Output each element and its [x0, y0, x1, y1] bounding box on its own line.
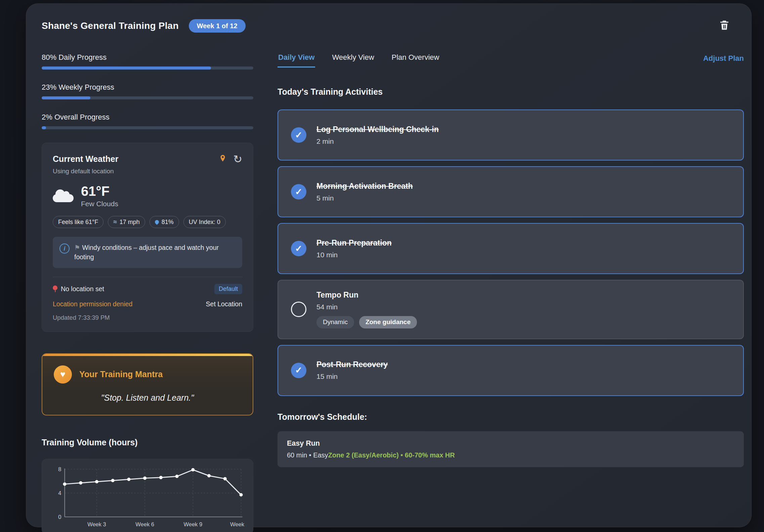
tomorrow-schedule-title: Tomorrow's Schedule:: [278, 412, 744, 422]
svg-text:Week 12: Week 12: [230, 521, 246, 527]
volume-section-title: Training Volume (hours): [42, 438, 253, 447]
activity-name: Tempo Run: [316, 291, 417, 300]
activity-duration: 10 min: [316, 251, 392, 259]
uv-pill: UV Index: 0: [183, 216, 226, 228]
activity-duration: 54 min: [316, 303, 417, 311]
zone-guidance-tag: Zone guidance: [359, 316, 417, 328]
activity-card-pre-run[interactable]: ✓ Pre-Run Preparation 10 min: [278, 223, 744, 274]
workout-detail: 60 min • Easy: [287, 451, 328, 459]
main-content: Daily View Weekly View Plan Overview Adj…: [278, 53, 746, 532]
workout-name: Easy Run: [287, 439, 734, 448]
refresh-icon: ↻: [233, 154, 242, 165]
checkbox-checked-icon[interactable]: ✓: [291, 184, 306, 200]
temperature-value: 61°F: [81, 184, 118, 198]
checkbox-checked-icon[interactable]: ✓: [291, 127, 306, 143]
activity-duration: 5 min: [316, 194, 413, 202]
weather-stats: Feels like 61°F ≈ 17 mph 81% UV Index: 0: [53, 216, 242, 228]
daily-progress-label: 80% Daily Progress: [42, 53, 253, 62]
weather-card: Current Weather ↻ Using default location: [42, 143, 253, 332]
location-pin-icon: [218, 153, 227, 165]
weekly-progress-fill: [42, 96, 90, 99]
divider: [53, 277, 242, 277]
wind-label: 17 mph: [120, 219, 140, 226]
activity-list: ✓ Log Personal Wellbeing Check-in 2 min …: [278, 109, 744, 396]
trash-icon: [718, 27, 730, 32]
weekly-progress-label: 23% Weekly Progress: [42, 83, 253, 92]
svg-text:Week 6: Week 6: [135, 521, 154, 527]
activity-name: Pre-Run Preparation: [316, 238, 392, 248]
tab-daily-view[interactable]: Daily View: [278, 53, 315, 68]
wind-icon: ≈: [113, 218, 117, 226]
uv-label: UV Index: 0: [189, 219, 220, 226]
info-icon: i: [59, 243, 70, 254]
activity-name: Log Personal Wellbeing Check-in: [316, 125, 439, 134]
checkbox-checked-icon[interactable]: ✓: [291, 363, 306, 378]
sidebar: 80% Daily Progress 23% Weekly Progress 2…: [42, 53, 253, 532]
activity-card-tempo-run[interactable]: Tempo Run 54 min Dynamic Zone guidance: [278, 280, 744, 339]
adjust-plan-button[interactable]: Adjust Plan: [703, 54, 744, 68]
view-tabs: Daily View Weekly View Plan Overview Adj…: [278, 53, 744, 68]
svg-text:4: 4: [58, 490, 61, 496]
mantra-quote: "Stop. Listen and Learn.": [54, 393, 241, 403]
humidity-icon: [154, 219, 160, 225]
weather-condition: Few Clouds: [81, 200, 118, 208]
refresh-weather-button[interactable]: ↻: [233, 154, 242, 165]
training-plan-panel: Shane's General Training Plan Week 1 of …: [26, 3, 752, 527]
set-location-button[interactable]: Set Location: [206, 300, 242, 308]
flag-icon: ⚑: [74, 244, 80, 251]
wind-pill: ≈ 17 mph: [108, 216, 145, 228]
activity-card-wellbeing[interactable]: ✓ Log Personal Wellbeing Check-in 2 min: [278, 109, 744, 161]
svg-text:0: 0: [58, 514, 61, 520]
checkbox-unchecked-icon[interactable]: [291, 302, 306, 317]
location-permission-note: Location permission denied: [53, 300, 132, 308]
volume-chart-card: Week 3Week 6Week 9Week 12048: [42, 459, 253, 532]
overall-progress: 2% Overall Progress: [42, 113, 253, 129]
activity-name: Morning Activation Breath: [316, 182, 413, 191]
weekly-progress: 23% Weekly Progress: [42, 83, 253, 99]
daily-progress-fill: [42, 66, 211, 70]
week-badge: Week 1 of 12: [189, 19, 246, 33]
weather-updated-timestamp: Updated 7:33:39 PM: [53, 314, 242, 321]
page-title: Shane's General Training Plan: [42, 20, 179, 31]
volume-line-chart: Week 3Week 6Week 9Week 12048: [49, 465, 246, 530]
delete-plan-button[interactable]: [716, 17, 732, 34]
daily-progress-bar: [42, 66, 253, 70]
weekly-progress-bar: [42, 96, 253, 99]
set-location-pin-button[interactable]: [218, 153, 227, 165]
overall-progress-label: 2% Overall Progress: [42, 113, 253, 122]
svg-text:Week 9: Week 9: [183, 521, 202, 527]
tab-weekly-view[interactable]: Weekly View: [331, 53, 375, 68]
svg-text:Week 3: Week 3: [87, 521, 106, 527]
pushpin-icon: [53, 285, 57, 290]
activity-card-activation-breath[interactable]: ✓ Morning Activation Breath 5 min: [278, 166, 744, 217]
overall-progress-bar: [42, 126, 253, 129]
daily-progress: 80% Daily Progress: [42, 53, 253, 70]
cloud-icon: [53, 194, 74, 202]
feels-like-label: Feels like 61°F: [58, 219, 98, 226]
location-status: No location set: [61, 285, 104, 293]
mantra-accent-stripe: [42, 354, 253, 356]
header: Shane's General Training Plan Week 1 of …: [42, 17, 746, 34]
humidity-pill: 81%: [150, 216, 179, 228]
weather-subtitle: Using default location: [53, 168, 242, 175]
weather-title: Current Weather: [53, 154, 118, 164]
workout-zone: Zone 2 (Easy/Aerobic) • 60-70% max HR: [328, 451, 455, 459]
activity-name: Post-Run Recovery: [316, 360, 388, 369]
mantra-title: Your Training Mantra: [79, 369, 163, 379]
checkbox-checked-icon[interactable]: ✓: [291, 241, 306, 256]
activity-duration: 2 min: [316, 137, 439, 145]
humidity-label: 81%: [162, 219, 174, 226]
weather-alert: i ⚑Windy conditions – adjust pace and wa…: [53, 237, 242, 268]
today-activities-title: Today's Training Activities: [278, 87, 744, 97]
default-location-badge: Default: [214, 284, 242, 294]
alert-text: Windy conditions – adjust pace and watch…: [74, 244, 219, 261]
overall-progress-fill: [42, 126, 46, 129]
activity-duration: 15 min: [316, 372, 388, 381]
tab-plan-overview[interactable]: Plan Overview: [391, 53, 440, 68]
svg-text:8: 8: [58, 466, 61, 472]
heart-icon: ♥: [54, 365, 72, 384]
activity-card-post-run[interactable]: ✓ Post-Run Recovery 15 min: [278, 345, 744, 396]
dynamic-tag: Dynamic: [316, 316, 354, 328]
mantra-card: ♥ Your Training Mantra "Stop. Listen and…: [42, 353, 253, 415]
tomorrow-workout-card[interactable]: Easy Run 60 min • EasyZone 2 (Easy/Aerob…: [278, 431, 744, 467]
